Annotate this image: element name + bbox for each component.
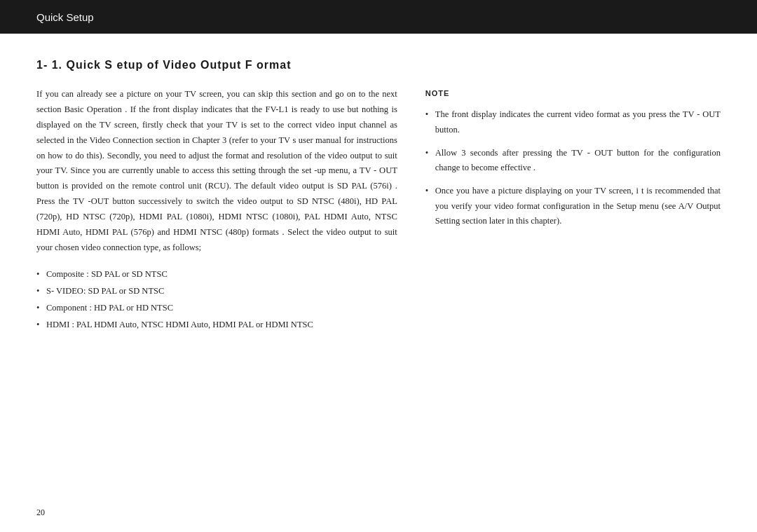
- page-content: 1- 1. Quick S etup of Video Output F orm…: [0, 34, 757, 532]
- note-item: Once you have a picture displaying on yo…: [425, 184, 721, 229]
- list-item: S- VIDEO: SD PAL or SD NTSC: [36, 284, 397, 298]
- connection-type-list: Composite : SD PAL or SD NTSCS- VIDEO: S…: [36, 267, 397, 332]
- main-paragraph: If you can already see a picture on your…: [36, 87, 397, 256]
- note-item: Allow 3 seconds after pressing the TV - …: [425, 146, 721, 176]
- note-item: The front display indicates the current …: [425, 107, 721, 137]
- section-title: 1- 1. Quick S etup of Video Output F orm…: [36, 59, 721, 71]
- two-column-layout: If you can already see a picture on your…: [36, 87, 721, 500]
- list-item: Component : HD PAL or HD NTSC: [36, 301, 397, 315]
- page-number: 20: [36, 500, 721, 518]
- left-column: If you can already see a picture on your…: [36, 87, 397, 500]
- list-item: HDMI : PAL HDMI Auto, NTSC HDMI Auto, HD…: [36, 318, 397, 332]
- right-column: NOTE The front display indicates the cur…: [425, 87, 721, 500]
- header-title: Quick Setup: [36, 11, 94, 23]
- page-header: Quick Setup: [0, 0, 757, 34]
- note-label: NOTE: [425, 87, 721, 100]
- list-item: Composite : SD PAL or SD NTSC: [36, 267, 397, 281]
- note-list: The front display indicates the current …: [425, 107, 721, 229]
